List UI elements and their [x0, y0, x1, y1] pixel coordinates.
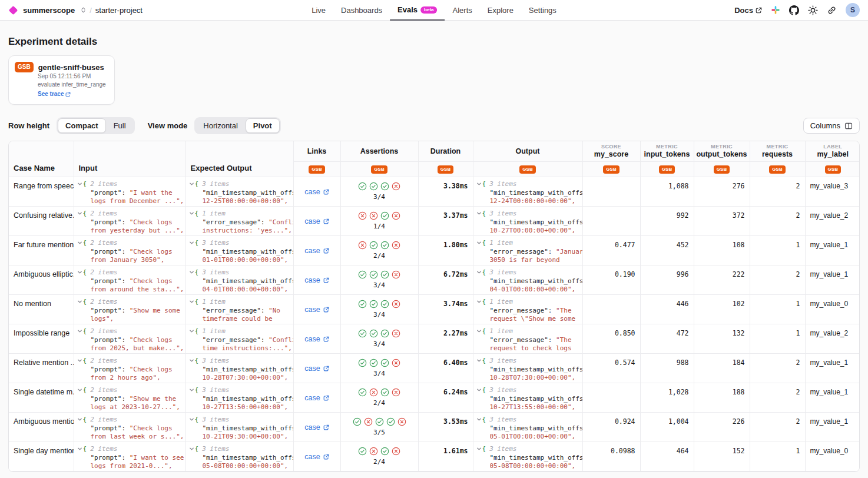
expected-output-cell: {3 items"min_timestamp_with_offset":12-2… [185, 177, 293, 206]
input-tokens-cell: 1,088 [640, 177, 694, 206]
experiment-chip[interactable]: GSB [371, 165, 387, 174]
case-trace-link[interactable]: case [304, 453, 329, 461]
expand-chevron-icon[interactable] [77, 387, 83, 393]
expand-chevron-icon[interactable] [189, 181, 195, 187]
expand-chevron-icon[interactable] [476, 240, 482, 245]
expected-output-cell: {3 items"min_timestamp_with_offset":10-2… [185, 412, 293, 442]
input-item-count: 2 items [90, 180, 117, 188]
expand-chevron-icon[interactable] [189, 358, 195, 363]
assertion-fail-icon [397, 417, 406, 426]
row-height-option-compact[interactable]: Compact [58, 118, 106, 133]
view-mode-option-horizontal[interactable]: Horizontal [196, 118, 246, 133]
docs-link[interactable]: Docs [734, 6, 762, 15]
user-avatar[interactable]: S [846, 3, 860, 17]
experiment-chip[interactable]: GSB [603, 165, 619, 174]
output-item-count: 3 items [489, 445, 516, 453]
expected-output-cell: {3 items"min_timestamp_with_offset":04-0… [185, 265, 293, 294]
expand-chevron-icon[interactable] [189, 446, 195, 452]
json-open-brace: { [195, 210, 199, 218]
breadcrumb-separator: / [90, 6, 92, 15]
experiment-chip[interactable]: GSB [714, 165, 730, 174]
expand-chevron-icon[interactable] [476, 358, 482, 363]
duration-cell: 3.38ms [418, 177, 473, 206]
case-trace-link[interactable]: case [304, 217, 329, 225]
input-cell: {2 items"prompt": "Check logsfrom yester… [74, 206, 185, 235]
json-open-brace: { [83, 239, 87, 247]
assertions-cell: 3/4 [340, 353, 418, 383]
columns-button[interactable]: Columns [803, 118, 860, 134]
nav-tab-settings[interactable]: Settings [521, 0, 564, 21]
expand-chevron-icon[interactable] [189, 328, 195, 334]
expand-chevron-icon[interactable] [189, 211, 195, 216]
theme-toggle-sun-icon[interactable] [808, 5, 818, 15]
experiment-chip[interactable]: GSB [769, 165, 785, 174]
experiment-chip[interactable]: GSB [659, 165, 675, 174]
assertion-pass-icon [386, 417, 395, 426]
expand-chevron-icon[interactable] [77, 181, 83, 187]
expand-chevron-icon[interactable] [476, 270, 482, 275]
row-height-option-full[interactable]: Full [106, 118, 134, 133]
expand-chevron-icon[interactable] [77, 299, 83, 304]
nav-tab-evals[interactable]: Evals beta [390, 0, 445, 21]
experiment-chip[interactable]: GSB [438, 165, 453, 174]
expand-chevron-icon[interactable] [77, 417, 83, 422]
json-open-brace: { [195, 268, 199, 277]
expand-chevron-icon[interactable] [476, 446, 482, 452]
org-selector-chevrons-icon[interactable] [81, 6, 86, 14]
expand-chevron-icon[interactable] [77, 328, 83, 334]
expand-chevron-icon[interactable] [476, 211, 482, 216]
assertion-pass-icon [375, 417, 384, 426]
case-trace-link[interactable]: case [304, 276, 329, 284]
org-switcher[interactable]: summerscope [8, 6, 86, 15]
experiment-chip[interactable]: GSB [309, 165, 324, 174]
expand-chevron-icon[interactable] [476, 181, 482, 187]
row-height-label: Row height [8, 121, 49, 130]
share-link-icon[interactable] [827, 5, 837, 15]
expand-chevron-icon[interactable] [77, 358, 83, 363]
assertion-pass-icon [380, 182, 389, 191]
nav-tab-dashboards[interactable]: Dashboards [333, 0, 390, 21]
expected-output-json-viewer: {3 items"min_timestamp_with_offset":12-2… [186, 177, 293, 205]
case-trace-link[interactable]: case [304, 188, 329, 196]
expand-chevron-icon[interactable] [189, 417, 195, 422]
slack-icon[interactable] [771, 5, 780, 15]
expand-chevron-icon[interactable] [476, 328, 482, 334]
case-link-label: case [304, 188, 320, 196]
expand-chevron-icon[interactable] [476, 387, 482, 393]
experiment-chip[interactable]: GSB [825, 165, 841, 174]
assertion-fail-icon [369, 388, 378, 397]
case-trace-link[interactable]: case [304, 423, 329, 431]
breadcrumb-project[interactable]: starter-project [95, 6, 143, 15]
expand-chevron-icon[interactable] [189, 387, 195, 393]
expand-chevron-icon[interactable] [189, 240, 195, 245]
expand-chevron-icon[interactable] [77, 211, 83, 216]
nav-tab-explore[interactable]: Explore [480, 0, 521, 21]
table-body: Range from speech{2 items"prompt": "I wa… [9, 177, 860, 471]
links-cell: case [293, 412, 340, 442]
experiment-chip[interactable]: GSB [519, 165, 535, 174]
nav-tab-alerts[interactable]: Alerts [445, 0, 480, 21]
assertions-cell: 2/4 [340, 235, 418, 265]
json-line: instructions: 'yes...", [203, 227, 293, 235]
github-icon[interactable] [789, 5, 799, 15]
expected-output-json-viewer: {3 items"min_timestamp_with_offset":04-0… [186, 265, 293, 294]
case-trace-link[interactable]: case [304, 394, 329, 402]
nav-tab-live[interactable]: Live [304, 0, 333, 21]
case-trace-link[interactable]: case [304, 306, 329, 314]
case-trace-link[interactable]: case [304, 364, 329, 373]
duration-cell: 6.24ms [418, 383, 473, 412]
see-trace-link[interactable]: See trace [38, 90, 71, 98]
expand-chevron-icon[interactable] [189, 299, 195, 304]
case-trace-link[interactable]: case [304, 247, 329, 255]
expand-chevron-icon[interactable] [476, 299, 482, 304]
expand-chevron-icon[interactable] [189, 270, 195, 275]
column-header-duration: Duration [418, 141, 473, 161]
expand-chevron-icon[interactable] [77, 240, 83, 245]
input-item-count: 2 items [90, 445, 117, 453]
expand-chevron-icon[interactable] [476, 417, 482, 422]
expected-output-item-count: 1 item [202, 298, 226, 306]
case-trace-link[interactable]: case [304, 335, 329, 343]
expand-chevron-icon[interactable] [77, 270, 83, 275]
view-mode-option-pivot[interactable]: Pivot [246, 118, 280, 133]
expand-chevron-icon[interactable] [77, 446, 83, 452]
